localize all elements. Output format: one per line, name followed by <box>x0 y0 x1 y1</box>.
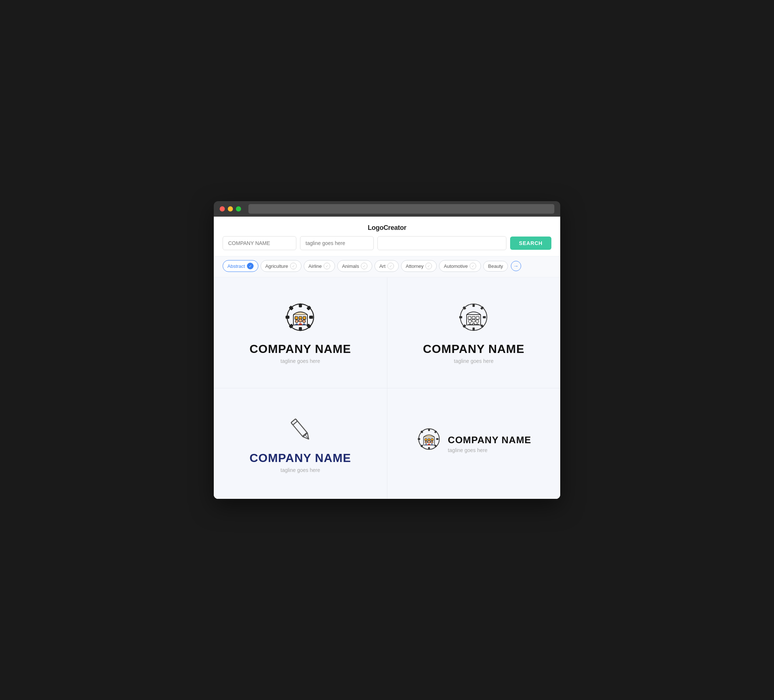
address-bar <box>248 204 554 214</box>
svg-rect-20 <box>483 316 486 318</box>
logo-card-1[interactable]: COMPANY NAME tagline goes here <box>214 277 387 388</box>
company-name-input[interactable] <box>223 236 296 250</box>
logo-card-2[interactable]: COMPANY NAME tagline goes here <box>387 277 561 388</box>
svg-rect-22 <box>480 306 484 310</box>
search-button[interactable]: SEARCH <box>510 236 551 250</box>
svg-rect-40 <box>418 438 420 440</box>
filter-chip-abstract[interactable]: Abstract ✓ <box>223 260 258 272</box>
filter-label: Airline <box>309 263 322 269</box>
check-icon: ✓ <box>247 262 253 269</box>
filter-label: Attorney <box>406 263 423 269</box>
courthouse-outline-icon <box>457 302 490 336</box>
browser-window: LogoCreator SEARCH Abstract ✓ Agricultur… <box>214 201 560 499</box>
svg-rect-34 <box>291 419 297 424</box>
courthouse-color-icon <box>284 302 317 336</box>
svg-point-50 <box>425 441 427 443</box>
svg-rect-2 <box>299 327 301 330</box>
svg-rect-3 <box>286 316 289 318</box>
filter-chip-beauty[interactable]: Beauty <box>483 261 508 272</box>
filter-chip-automotive[interactable]: Automotive ✓ <box>439 260 481 272</box>
filter-label: Beauty <box>488 263 503 269</box>
svg-rect-17 <box>473 304 475 307</box>
filter-next-button[interactable]: → <box>511 261 521 271</box>
svg-point-14 <box>299 319 302 322</box>
tagline-input[interactable] <box>300 236 374 250</box>
svg-point-15 <box>303 320 306 323</box>
logo-text-group-4: COMPANY NAME tagline goes here <box>448 434 531 453</box>
company-name-4: COMPANY NAME <box>448 434 531 446</box>
svg-rect-1 <box>299 304 301 307</box>
svg-rect-43 <box>434 430 437 433</box>
company-name-2: COMPANY NAME <box>423 342 524 356</box>
check-icon: ✓ <box>290 262 297 269</box>
tagline-1: tagline goes here <box>281 358 320 364</box>
svg-rect-38 <box>428 429 430 431</box>
filter-label: Automotive <box>444 263 468 269</box>
tagline-3: tagline goes here <box>281 467 320 473</box>
filter-chip-airline[interactable]: Airline ✓ <box>304 260 335 272</box>
svg-rect-47 <box>425 438 427 441</box>
company-name-3: COMPANY NAME <box>250 451 351 465</box>
check-icon: ✓ <box>470 262 476 269</box>
svg-rect-26 <box>468 317 471 319</box>
svg-point-13 <box>295 320 298 323</box>
svg-rect-19 <box>459 316 462 318</box>
logo-card-3[interactable]: COMPANY NAME tagline goes here <box>214 388 387 499</box>
tagline-2: tagline goes here <box>454 358 493 364</box>
svg-rect-39 <box>428 447 430 449</box>
tagline-4: tagline goes here <box>448 447 531 453</box>
svg-rect-41 <box>437 438 438 440</box>
svg-rect-12 <box>303 317 306 319</box>
app-content: LogoCreator SEARCH Abstract ✓ Agricultur… <box>214 216 560 499</box>
pencil-icon <box>286 414 315 446</box>
maximize-button[interactable] <box>236 206 241 211</box>
svg-rect-10 <box>295 317 298 319</box>
svg-rect-4 <box>309 316 313 318</box>
filter-chip-agriculture[interactable]: Agriculture ✓ <box>261 260 301 272</box>
close-button[interactable] <box>220 206 225 211</box>
filter-chip-attorney[interactable]: Attorney ✓ <box>401 260 437 272</box>
filter-label: Animals <box>342 263 359 269</box>
filter-chip-animals[interactable]: Animals ✓ <box>337 260 372 272</box>
app-title: LogoCreator <box>214 216 560 236</box>
courthouse-color-sm-icon <box>416 427 442 454</box>
filter-label: Art <box>379 263 385 269</box>
logo-grid: COMPANY NAME tagline goes here <box>214 277 560 499</box>
check-icon: ✓ <box>387 262 394 269</box>
filter-label: Abstract <box>227 263 245 269</box>
svg-rect-6 <box>307 306 311 310</box>
check-icon: ✓ <box>324 262 330 269</box>
svg-rect-28 <box>476 317 479 319</box>
logo-card-4[interactable]: COMPANY NAME tagline goes here <box>387 388 561 499</box>
browser-titlebar <box>214 201 560 216</box>
company-name-1: COMPANY NAME <box>250 342 351 356</box>
filter-label: Agriculture <box>265 263 288 269</box>
svg-point-52 <box>431 441 433 443</box>
search-bar: SEARCH <box>214 236 560 256</box>
svg-rect-18 <box>473 327 475 330</box>
filter-chip-art[interactable]: Art ✓ <box>374 260 399 272</box>
svg-rect-49 <box>431 438 433 441</box>
keyword-input[interactable] <box>377 236 506 250</box>
svg-point-51 <box>428 440 430 443</box>
filter-bar: Abstract ✓ Agriculture ✓ Airline ✓ Anima… <box>214 256 560 277</box>
minimize-button[interactable] <box>228 206 233 211</box>
check-icon: ✓ <box>361 262 367 269</box>
check-icon: ✓ <box>425 262 432 269</box>
